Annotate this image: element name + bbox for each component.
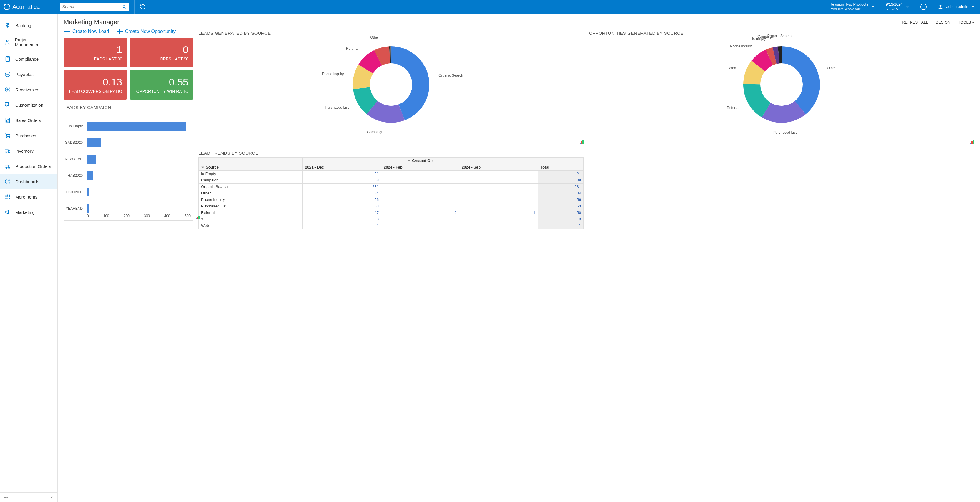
bar-row: HAB2020	[87, 167, 191, 184]
chart-icon[interactable]	[970, 140, 974, 145]
sidebar-item-sales-orders[interactable]: Sales Orders	[0, 113, 57, 128]
table-cell: 21	[302, 171, 381, 177]
sidebar-item-label: More Items	[15, 194, 37, 199]
opps-by-source-chart: OtherPurchased ListReferralWebPhone Inqu…	[589, 37, 974, 143]
date-selector[interactable]: 9/13/2024 5:55 AM	[886, 2, 909, 11]
table-cell	[459, 183, 538, 190]
minus-circle-icon	[4, 71, 11, 78]
search-input[interactable]	[62, 5, 122, 9]
sidebar-item-dashboards[interactable]: Dashboards	[0, 174, 57, 189]
checklist-icon	[4, 56, 11, 62]
table-row[interactable]: Phone Inquiry5656	[199, 196, 584, 203]
table-row[interactable]: Referral472150	[199, 209, 584, 216]
table-row[interactable]: Web11	[199, 222, 584, 229]
kpi-tile[interactable]: 0.13LEAD CONVERSION RATIO	[64, 70, 127, 100]
sort-icon[interactable]: ↑	[220, 166, 222, 169]
bar-row: NEWYEAR	[87, 151, 191, 167]
svg-point-15	[9, 137, 10, 138]
table-header[interactable]: ⏷Source↑	[199, 164, 303, 171]
truck-icon	[4, 147, 11, 155]
table-row[interactable]: Organic Search231231	[199, 183, 584, 190]
sidebar-item-customization[interactable]: Customization	[0, 97, 57, 113]
svg-point-24	[7, 195, 8, 196]
table-cell	[381, 216, 460, 222]
table-header[interactable]: 2021 - Dec	[302, 164, 381, 171]
refresh-icon[interactable]	[140, 4, 146, 10]
kpi-value: 1	[117, 44, 122, 56]
table-cell: 50	[538, 209, 584, 216]
table-cell	[459, 196, 538, 203]
pie-label: Other	[827, 66, 836, 70]
table-row[interactable]: Campaign8888	[199, 177, 584, 183]
header-date: 9/13/2024	[886, 2, 903, 7]
user-menu[interactable]: admin admin	[938, 4, 980, 10]
sidebar-item-label: Compliance	[15, 57, 38, 62]
table-cell: 63	[302, 203, 381, 209]
table-cell	[459, 203, 538, 209]
kpi-label: OPPS LAST 90	[160, 57, 188, 61]
chart-icon[interactable]	[579, 140, 584, 145]
create-opportunity-link[interactable]: Create New Opportunity	[116, 28, 176, 35]
sidebar-item-compliance[interactable]: Compliance	[0, 51, 57, 67]
table-cell: Phone Inquiry	[199, 196, 303, 203]
sidebar-item-banking[interactable]: Banking	[0, 18, 57, 33]
help-icon[interactable]: ?	[920, 3, 927, 10]
table-row[interactable]: Purchased List6363	[199, 203, 584, 209]
refresh-all-button[interactable]: REFRESH ALL	[902, 20, 928, 24]
kpi-tile[interactable]: 0OPPS LAST 90	[130, 38, 193, 67]
sidebar-item-inventory[interactable]: Inventory	[0, 143, 57, 158]
bar-rect[interactable]	[87, 138, 101, 147]
sidebar-item-production-orders[interactable]: Production Orders	[0, 158, 57, 174]
table-cell: 1	[302, 222, 381, 229]
table-cell: 56	[302, 196, 381, 203]
bar-row: PARTNER	[87, 184, 191, 200]
sidebar-item-project-management[interactable]: Project Management	[0, 33, 57, 51]
tenant-selector[interactable]: Revision Two Products Products Wholesale	[829, 2, 875, 11]
bar-rect[interactable]	[87, 155, 96, 164]
more-icon[interactable]: •••	[3, 495, 8, 500]
table-row[interactable]: Other3434	[199, 190, 584, 196]
filter-icon[interactable]: ⏷	[201, 165, 205, 169]
brand-logo[interactable]: Acumatica	[0, 3, 58, 10]
bar-rect[interactable]	[87, 204, 89, 213]
sidebar-item-payables[interactable]: Payables	[0, 67, 57, 82]
sidebar-item-receivables[interactable]: Receivables	[0, 82, 57, 97]
bar-rect[interactable]	[87, 122, 186, 131]
table-cell: 34	[538, 190, 584, 196]
axis-tick: 400	[164, 214, 170, 218]
collapse-icon[interactable]	[50, 495, 54, 499]
sort-icon[interactable]: ↑	[431, 159, 433, 163]
chart-icon[interactable]	[196, 215, 200, 220]
table-header[interactable]: Total	[538, 164, 584, 171]
sidebar-item-marketing[interactable]: Marketing	[0, 204, 57, 220]
design-button[interactable]: DESIGN	[936, 20, 951, 24]
table-cell	[381, 190, 460, 196]
pie-label: Web	[729, 66, 736, 70]
kpi-tile[interactable]: 0.55OPPORTUNITY WIN RATIO	[130, 70, 193, 100]
table-header[interactable]: 2024 - Sep	[459, 164, 538, 171]
pie-label: s	[389, 34, 390, 38]
table-cell: 3	[302, 216, 381, 222]
svg-point-29	[6, 198, 6, 199]
table-cell: 231	[538, 183, 584, 190]
search-box[interactable]	[60, 3, 129, 11]
tools-button[interactable]: TOOLS ▾	[958, 20, 974, 24]
kpi-tile[interactable]: 1LEADS LAST 90	[64, 38, 127, 67]
sidebar-item-label: Production Orders	[15, 164, 51, 169]
create-lead-link[interactable]: Create New Lead	[64, 28, 109, 35]
svg-line-1	[125, 7, 126, 8]
sidebar-item-purchases[interactable]: Purchases	[0, 128, 57, 143]
bar-rect[interactable]	[87, 188, 89, 196]
section-title: LEADS BY CAMPAIGN	[64, 105, 193, 110]
pie-slice[interactable]	[781, 46, 820, 114]
sidebar: BankingProject ManagementCompliancePayab…	[0, 14, 58, 502]
table-row[interactable]: Is Empty2121	[199, 171, 584, 177]
axis-tick: 500	[185, 214, 191, 218]
bar-rect[interactable]	[87, 171, 93, 180]
table-row[interactable]: s33	[199, 216, 584, 222]
sidebar-item-more-items[interactable]: More Items	[0, 189, 57, 204]
filter-icon[interactable]: ⏷	[407, 159, 411, 163]
table-header[interactable]: 2024 - Feb	[381, 164, 460, 171]
svg-point-25	[9, 195, 10, 196]
table-cell	[381, 222, 460, 229]
